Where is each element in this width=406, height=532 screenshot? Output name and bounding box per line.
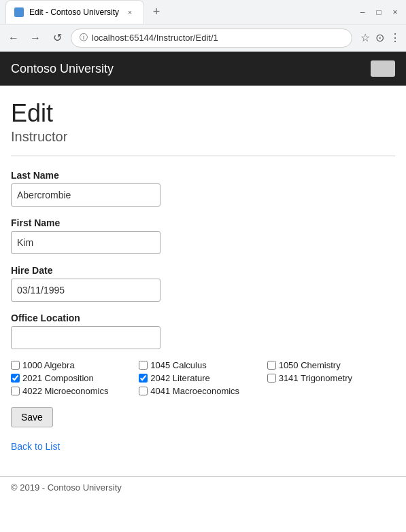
course-checkbox-3141[interactable] xyxy=(267,374,276,383)
section-divider xyxy=(11,156,395,156)
nav-back-button[interactable]: ← xyxy=(5,30,22,46)
course-checkbox-2042[interactable] xyxy=(139,374,148,383)
course-label: 2042 Literature xyxy=(150,373,209,383)
course-checkbox-1000[interactable] xyxy=(11,361,20,370)
office-location-label: Office Location xyxy=(11,313,395,323)
window-close-button[interactable]: × xyxy=(390,7,401,17)
courses-grid: 1000 Algebra1045 Calculus1050 Chemistry2… xyxy=(11,360,395,396)
window-minimize-button[interactable]: – xyxy=(357,7,368,17)
window-maximize-button[interactable]: □ xyxy=(373,7,384,17)
course-label: 3141 Trigonometry xyxy=(279,373,352,383)
last-name-group: Last Name xyxy=(11,170,395,207)
list-item: 4041 Macroeconomics xyxy=(139,386,267,396)
tab-favicon xyxy=(14,7,24,17)
list-item: 2021 Composition xyxy=(11,373,139,383)
bookmark-icon[interactable]: ☆ xyxy=(360,31,370,44)
last-name-input[interactable] xyxy=(11,183,160,207)
address-url: localhost:65144/Instructor/Edit/1 xyxy=(92,33,218,43)
list-item: 3141 Trigonometry xyxy=(267,373,395,383)
course-checkbox-4022[interactable] xyxy=(11,387,20,395)
course-checkbox-2021[interactable] xyxy=(11,374,20,383)
page-heading: Edit xyxy=(11,99,395,128)
course-checkbox-4041[interactable] xyxy=(139,387,148,395)
course-checkbox-1045[interactable] xyxy=(139,361,148,370)
copyright-text: © 2019 - Contoso University xyxy=(11,482,122,493)
hire-date-label: Hire Date xyxy=(11,265,395,276)
list-item: 1050 Chemistry xyxy=(267,360,395,370)
first-name-label: First Name xyxy=(11,217,395,228)
address-bar[interactable]: ⓘ localhost:65144/Instructor/Edit/1 xyxy=(71,29,352,48)
browser-addressbar: ← → ↺ ⓘ localhost:65144/Instructor/Edit/… xyxy=(0,24,406,52)
list-item: 1045 Calculus xyxy=(139,360,267,370)
tab-title: Edit - Contoso University xyxy=(29,7,119,17)
save-button[interactable]: Save xyxy=(11,407,53,427)
course-label: 4041 Macroeconomics xyxy=(150,386,239,396)
list-item: 4022 Microeconomics xyxy=(11,386,139,396)
nav-refresh-button[interactable]: ↺ xyxy=(49,30,65,46)
hire-date-group: Hire Date xyxy=(11,265,395,302)
course-label: 1050 Chemistry xyxy=(279,360,341,370)
last-name-label: Last Name xyxy=(11,170,395,181)
list-item: 1000 Algebra xyxy=(11,360,139,370)
office-location-input[interactable] xyxy=(11,326,160,349)
app-title: Contoso University xyxy=(11,62,114,76)
course-label: 1045 Calculus xyxy=(150,360,206,370)
app-header: Contoso University xyxy=(0,52,406,86)
first-name-group: First Name xyxy=(11,217,395,254)
first-name-input[interactable] xyxy=(11,231,160,254)
footer-divider xyxy=(0,476,406,477)
active-tab[interactable]: Edit - Contoso University × xyxy=(5,0,144,24)
course-label: 4022 Microeconomics xyxy=(22,386,108,396)
browser-titlebar: Edit - Contoso University × + – □ × xyxy=(0,0,406,24)
course-label: 1000 Algebra xyxy=(22,360,75,370)
list-item: 2042 Literature xyxy=(139,373,267,383)
main-content: Edit Instructor Last Name First Name Hir… xyxy=(0,86,406,465)
footer: © 2019 - Contoso University xyxy=(0,482,406,501)
menu-icon[interactable]: ⋮ xyxy=(390,31,401,44)
new-tab-button[interactable]: + xyxy=(147,3,166,22)
header-button[interactable] xyxy=(371,60,395,77)
account-icon[interactable]: ⊙ xyxy=(375,31,384,44)
office-location-group: Office Location xyxy=(11,313,395,349)
tab-area: Edit - Contoso University × + xyxy=(5,0,357,24)
tab-close-button[interactable]: × xyxy=(124,7,135,18)
address-icons: ☆ ⊙ ⋮ xyxy=(360,31,401,44)
course-checkbox-1050[interactable] xyxy=(267,361,276,370)
nav-forward-button[interactable]: → xyxy=(27,30,44,46)
hire-date-input[interactable] xyxy=(11,279,160,302)
page-subtitle: Instructor xyxy=(11,129,395,145)
back-to-list-link[interactable]: Back to List xyxy=(11,441,60,452)
window-controls: – □ × xyxy=(357,7,401,17)
lock-icon: ⓘ xyxy=(80,32,88,43)
course-label: 2021 Composition xyxy=(22,373,94,383)
